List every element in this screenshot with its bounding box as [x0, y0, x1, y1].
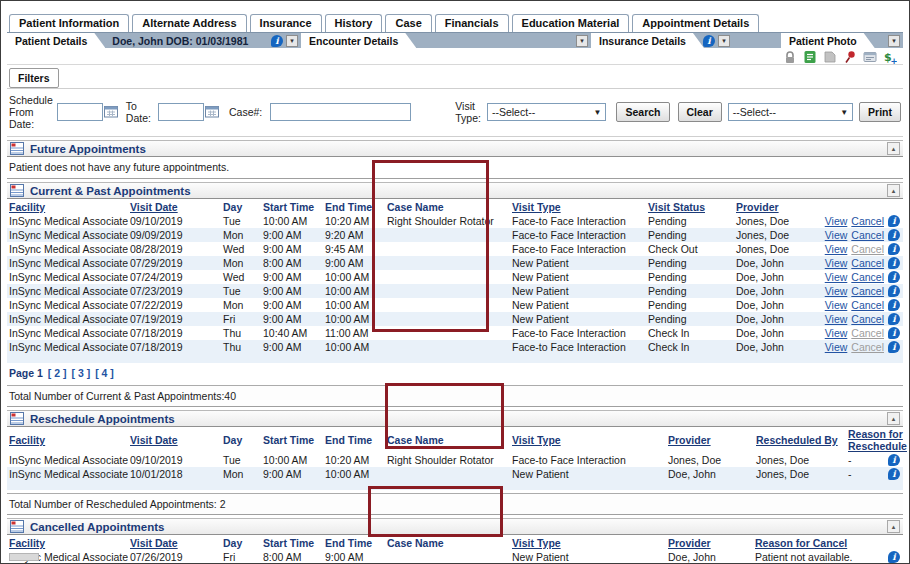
patient-info-icon[interactable] [271, 35, 283, 47]
row-info-icon[interactable] [888, 551, 900, 563]
row-info-icon[interactable] [888, 299, 900, 311]
row-info-icon[interactable] [888, 215, 900, 227]
insurance-details-dropdown-icon[interactable] [718, 35, 730, 47]
collapse-icon[interactable] [887, 412, 900, 425]
page-link-3[interactable]: [ 3 ] [72, 367, 91, 379]
tag-icon[interactable] [823, 50, 837, 64]
page-link-4[interactable]: [ 4 ] [95, 367, 114, 379]
cancel-link[interactable]: Cancel [851, 228, 884, 242]
column-header-visit-type[interactable]: Visit Type [510, 537, 666, 549]
tab-alternate-address[interactable]: Alternate Address [132, 14, 246, 32]
cell-reason: - [848, 453, 852, 467]
tab-education-material[interactable]: Education Material [512, 14, 630, 32]
view-link[interactable]: View [825, 312, 848, 326]
cancel-link[interactable]: Cancel [851, 270, 884, 284]
view-link[interactable]: View [825, 228, 848, 242]
row-info-icon[interactable] [888, 285, 900, 297]
row-info-icon[interactable] [888, 257, 900, 269]
column-header-visit-status[interactable]: Visit Status [646, 201, 734, 213]
row-info-icon[interactable] [888, 327, 900, 339]
case-number-input[interactable] [270, 103, 411, 121]
cancel-link[interactable]: Cancel [851, 298, 884, 312]
column-header-reason-for-cancel[interactable]: Reason for Cancel [753, 537, 903, 549]
visit-type-select[interactable]: --Select-- ▼ [487, 103, 607, 121]
current-total-text: Total Number of Current & Past Appointme… [7, 385, 903, 406]
search-button[interactable]: Search [616, 102, 669, 122]
tab-patient-information[interactable]: Patient Information [9, 14, 129, 32]
print-button[interactable]: Print [859, 102, 901, 122]
pin-icon[interactable] [843, 50, 857, 64]
encounter-details-dropdown-icon[interactable] [576, 35, 588, 47]
column-header-rescheduled-by[interactable]: Rescheduled By [754, 434, 846, 446]
notes-icon[interactable] [803, 50, 817, 64]
patient-photo-tab[interactable]: Patient Photo [781, 33, 875, 48]
grid-icon [10, 184, 24, 197]
view-link[interactable]: View [825, 284, 848, 298]
column-header-visit-date[interactable]: Visit Date [128, 434, 221, 446]
insurance-details-tab[interactable]: Insurance Details [591, 33, 704, 48]
tab-case[interactable]: Case [385, 14, 431, 32]
row-info-icon[interactable] [888, 454, 900, 466]
column-header-provider[interactable]: Provider [666, 537, 753, 549]
insurance-details-panel: Insurance Details [591, 33, 703, 48]
cancel-link[interactable]: Cancel [851, 214, 884, 228]
view-link[interactable]: View [825, 298, 848, 312]
column-header-visit-date[interactable]: Visit Date [128, 201, 221, 213]
tab-financials[interactable]: Financials [435, 14, 509, 32]
collapse-icon[interactable] [887, 184, 900, 197]
view-link[interactable]: View [825, 326, 848, 340]
column-header-visit-date[interactable]: Visit Date [128, 537, 221, 549]
view-link[interactable]: View [825, 242, 848, 256]
cancel-link[interactable]: Cancel [851, 256, 884, 270]
tab-history[interactable]: History [325, 14, 383, 32]
cell-visit-status: Pending [646, 298, 734, 312]
column-header-visit-type[interactable]: Visit Type [510, 201, 646, 213]
column-header-provider[interactable]: Provider [666, 434, 754, 446]
column-header-facility[interactable]: Facility [7, 434, 128, 446]
column-header-visit-type[interactable]: Visit Type [510, 434, 666, 446]
row-info-icon[interactable] [888, 341, 900, 353]
lock-icon[interactable] [783, 50, 797, 64]
cell-end-time: 9:00 AM [323, 550, 385, 564]
cancel-link[interactable]: Cancel [851, 340, 884, 354]
patient-details-tab[interactable]: Patient Details [7, 33, 105, 48]
view-link[interactable]: View [825, 340, 848, 354]
insurance-info-icon[interactable] [703, 35, 715, 47]
cancel-link[interactable]: Cancel [851, 312, 884, 326]
cancel-link[interactable]: Cancel [851, 326, 884, 340]
to-date-calendar-icon[interactable] [205, 104, 219, 120]
column-header-facility[interactable]: Facility [7, 201, 128, 213]
row-info-icon[interactable] [888, 243, 900, 255]
cell-day: Mon [221, 228, 261, 242]
filters-toggle-button[interactable]: Filters [9, 68, 59, 88]
patient-photo-dropdown-icon[interactable] [888, 35, 900, 47]
schedule-from-calendar-icon[interactable] [104, 104, 118, 120]
charges-icon[interactable]: $+ [883, 50, 897, 64]
collapse-icon[interactable] [887, 142, 900, 155]
encounter-details-tab[interactable]: Encounter Details [301, 33, 416, 48]
collapse-icon[interactable] [887, 520, 900, 533]
column-header-facility[interactable]: Facility [7, 537, 128, 549]
tab-insurance[interactable]: Insurance [250, 14, 322, 32]
visit-type-selected-value: --Select-- [492, 106, 535, 118]
page-link-2[interactable]: [ 2 ] [48, 367, 67, 379]
cancel-link[interactable]: Cancel [851, 242, 884, 256]
report-select[interactable]: --Select-- ▼ [728, 103, 853, 121]
view-link[interactable]: View [825, 214, 848, 228]
view-link[interactable]: View [825, 270, 848, 284]
row-info-icon[interactable] [888, 313, 900, 325]
clear-button[interactable]: Clear [678, 102, 722, 122]
view-link[interactable]: View [825, 256, 848, 270]
column-header-reason-for-reschedule[interactable]: Reason for Reschedule [846, 428, 909, 452]
card-icon[interactable] [863, 50, 877, 64]
row-info-icon[interactable] [888, 229, 900, 241]
row-info-icon[interactable] [888, 468, 900, 480]
row-info-icon[interactable] [888, 271, 900, 283]
cancel-link[interactable]: Cancel [851, 284, 884, 298]
schedule-from-input[interactable] [57, 103, 103, 121]
tab-appointment-details[interactable]: Appointment Details [632, 14, 759, 32]
cell-provider: Doe, John [666, 467, 754, 481]
to-date-input[interactable] [158, 103, 204, 121]
column-header-provider[interactable]: Provider [734, 201, 812, 213]
patient-details-dropdown-icon[interactable] [286, 35, 298, 47]
